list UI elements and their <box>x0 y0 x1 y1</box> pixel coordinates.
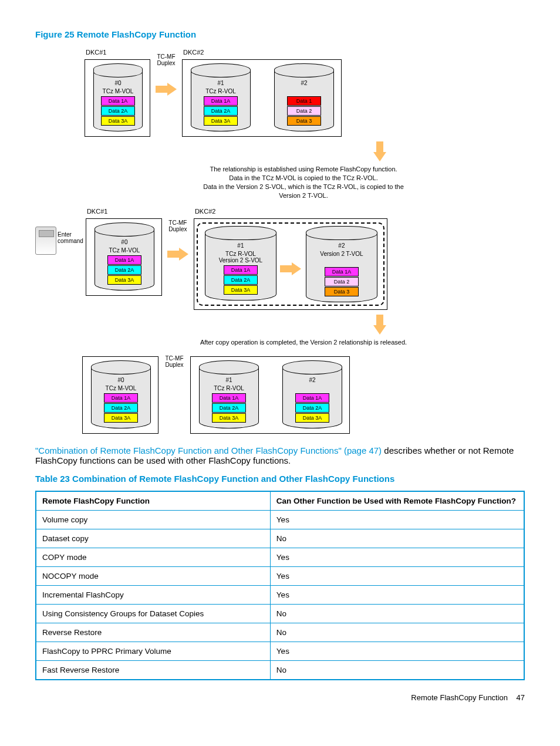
table-row: Incremental FlashCopyYes <box>36 586 524 605</box>
table-cell-value: Yes <box>270 642 524 661</box>
dkc2-label-a: DKC#2 <box>183 49 344 56</box>
tcmf-duplex-a: TC-MF Duplex <box>153 53 180 66</box>
cyl-2-b: #2 Version 2 T-VOL Data 1A Data 2 Data 3 <box>306 226 376 302</box>
table-row: COPY modeYes <box>36 548 524 567</box>
cyl-2-a: #2 Data 1 Data 2 Data 3 <box>274 63 333 131</box>
arrow-right-icon <box>280 262 301 275</box>
table-header-usable: Can Other Function be Used with Remote F… <box>270 491 524 511</box>
combination-table: Remote FlashCopy Function Can Other Func… <box>35 491 525 680</box>
table-cell-function: Using Consistency Groups for Dataset Cop… <box>36 605 270 623</box>
table-row: FlashCopy to PPRC Primary VolumeYes <box>36 642 524 661</box>
table-row: Reverse RestoreNo <box>36 623 524 642</box>
table-cell-value: Yes <box>270 548 524 567</box>
dkc1-label-a: DKC#1 <box>86 49 153 56</box>
table-row: Dataset copyNo <box>36 529 524 548</box>
figure-desc-2: After copy operation is completed, the V… <box>82 338 525 347</box>
table-cell-value: Yes <box>270 567 524 586</box>
table-cell-function: FlashCopy to PPRC Primary Volume <box>36 642 270 661</box>
cyl-2-c: #2 Data 1A Data 2A Data 3A <box>282 360 341 428</box>
table-cell-function: Dataset copy <box>36 529 270 548</box>
dkc2-label-b: DKC#2 <box>195 208 390 215</box>
table-cell-value: No <box>270 529 524 548</box>
table-cell-function: COPY mode <box>36 548 270 567</box>
cyl-1-b: #1 TCz R-VOL Version 2 S-VOL Data 1A Dat… <box>205 226 275 301</box>
cyl-0-b: #0 TCz M-VOL Data 1A Data 2A Data 3A <box>95 222 153 291</box>
figure-title: Figure 25 Remote FlashCopy Function <box>35 29 525 39</box>
table-cell-value: No <box>270 661 524 680</box>
tcmf-duplex-c: TC-MF Duplex <box>161 355 188 368</box>
table-title: Table 23 Combination of Remote FlashCopy… <box>35 474 525 484</box>
table-header-function: Remote FlashCopy Function <box>36 491 270 511</box>
page-footer: Remote FlashCopy Function 47 <box>35 693 525 702</box>
table-cell-function: Fast Reverse Restore <box>36 661 270 680</box>
table-row: Using Consistency Groups for Dataset Cop… <box>36 605 524 623</box>
enter-command-label: Enter command <box>58 231 83 244</box>
table-row: NOCOPY modeYes <box>36 567 524 586</box>
cyl-1-c: #1 TCz R-VOL Data 1A Data 2A Data 3A <box>199 360 258 428</box>
table-cell-value: Yes <box>270 586 524 605</box>
cyl-1-a: #1 TCz R-VOL Data 1A Data 2A Data 3A <box>191 63 249 131</box>
arrow-right-icon <box>156 83 177 96</box>
figure-diagram: DKC#1 #0 TCz M-VOL Data 1A Data 2A Data … <box>82 46 525 437</box>
table-row: Fast Reverse RestoreNo <box>36 661 524 680</box>
cyl-0-a: #0 TCz M-VOL Data 1A Data 2A Data 3A <box>93 63 141 131</box>
body-paragraph: "Combination of Remote FlashCopy Functio… <box>35 445 525 465</box>
figure-desc-1: The relationship is established using Re… <box>82 165 525 200</box>
arrow-down-icon <box>373 315 386 335</box>
version2-relationship-group: #1 TCz R-VOL Version 2 S-VOL Data 1A Dat… <box>197 222 384 306</box>
footer-page: 47 <box>517 693 525 702</box>
host-server-icon <box>35 227 56 255</box>
table-cell-value: No <box>270 605 524 623</box>
table-cell-value: No <box>270 623 524 642</box>
table-cell-function: Incremental FlashCopy <box>36 586 270 605</box>
table-cell-function: Volume copy <box>36 511 270 529</box>
table-cell-value: Yes <box>270 511 524 529</box>
cyl-0-c: #0 TCz M-VOL Data 1A Data 2A Data 3A <box>91 360 150 428</box>
arrow-down-icon <box>373 141 386 161</box>
table-cell-function: NOCOPY mode <box>36 567 270 586</box>
table-row: Volume copyYes <box>36 511 524 529</box>
dkc1-label-b: DKC#1 <box>87 208 164 215</box>
tcmf-duplex-b: TC-MF Duplex <box>164 220 191 232</box>
footer-section: Remote FlashCopy Function <box>411 693 508 702</box>
cross-ref-link[interactable]: "Combination of Remote FlashCopy Functio… <box>35 445 382 455</box>
table-cell-function: Reverse Restore <box>36 623 270 642</box>
arrow-right-icon <box>167 248 188 261</box>
